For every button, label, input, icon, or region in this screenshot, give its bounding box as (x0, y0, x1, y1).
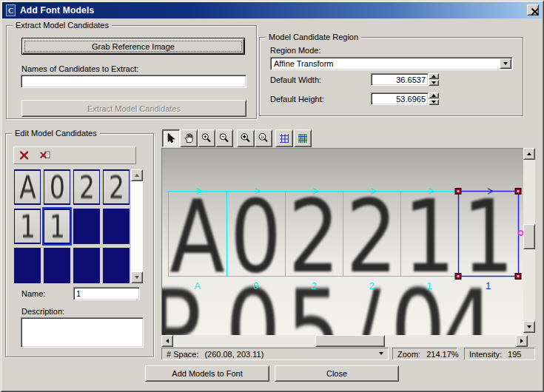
add-models-to-font-button[interactable]: Add Models to Font (145, 365, 269, 382)
default-width-spinner (429, 73, 439, 86)
region-mode-dropdown-button[interactable] (500, 58, 511, 69)
grid-toggle[interactable] (275, 129, 293, 147)
edit-model-candidates-group: Edit Model Candidates A02211 Name: Descr… (5, 133, 154, 357)
names-of-candidates-input[interactable] (21, 75, 246, 87)
arrow-left-icon (166, 339, 169, 343)
title-bar[interactable]: C Add Font Models (2, 2, 542, 18)
candidate-grid-scrollbar[interactable] (131, 169, 143, 283)
extract-model-candidates-button[interactable]: Extract Model Candidates (21, 100, 246, 117)
candidate-cell[interactable] (14, 248, 41, 283)
candidate-thumb: 2 (74, 171, 99, 203)
scroll-down-button[interactable] (523, 321, 535, 333)
image-viewport[interactable]: P05/04A02211A02211 (161, 148, 523, 335)
scroll-down-button[interactable] (131, 271, 143, 283)
zoom-panel: Zoom: 214.17% (392, 348, 457, 360)
candidate-label: 2 (311, 280, 316, 291)
image-char: 1 (403, 178, 454, 295)
scroll-up-button[interactable] (523, 148, 535, 160)
viewer-hscrollbar[interactable] (161, 335, 528, 347)
arrow-down-icon (527, 325, 531, 328)
pan-tool[interactable] (180, 129, 198, 147)
candidate-cell[interactable] (103, 209, 130, 244)
names-of-candidates-label: Names of Candidates to Extract: (21, 64, 138, 73)
close-button[interactable]: Close (275, 365, 399, 382)
image-char: 1 (463, 178, 514, 295)
rotation-handle-dot (520, 234, 522, 236)
height-spin-up-button[interactable] (429, 92, 439, 98)
default-height-label: Default Height: (270, 95, 324, 104)
candidate-cell[interactable] (73, 248, 100, 283)
viewer-toolbar: 1x (0, 129, 544, 147)
fine-grid-toggle[interactable] (294, 129, 312, 147)
scroll-up-button[interactable] (131, 169, 143, 181)
candidate-cell[interactable]: 2 (73, 169, 100, 205)
zoom-out-icon (218, 132, 230, 144)
region-mode-combobox[interactable]: Affine Transform (270, 57, 513, 70)
grid-fine-icon (297, 132, 309, 144)
candidate-thumb: 1 (15, 210, 40, 243)
scroll-left-button[interactable] (161, 335, 173, 347)
default-width-input[interactable] (372, 74, 428, 85)
app-icon: C (5, 4, 17, 16)
chevron-down-icon[interactable] (379, 352, 383, 355)
candidate-cell[interactable]: A (14, 169, 41, 205)
candidate-name-input[interactable] (74, 288, 139, 300)
image-char: 2 (288, 178, 339, 295)
candidate-cell[interactable] (44, 248, 70, 283)
intensity-label: Intensity: (469, 350, 502, 359)
candidate-label: 2 (369, 280, 374, 291)
handle-dot (457, 275, 460, 277)
close-window-button[interactable] (527, 4, 539, 16)
zoom-fit-tool[interactable] (237, 129, 255, 147)
window-title: Add Font Models (20, 5, 94, 16)
pan-icon (183, 132, 195, 144)
width-spin-up-button[interactable] (429, 73, 439, 79)
reference-image[interactable]: P05/04A02211A02211 (162, 149, 523, 335)
candidate-label: 1 (486, 280, 491, 291)
coordinate-space-panel[interactable]: # Space: (260.08, 203.11) (161, 348, 389, 360)
image-char: 2 (346, 178, 397, 295)
zoom-in-icon (201, 132, 212, 144)
candidate-description-input[interactable] (21, 318, 143, 347)
zoom-label: Zoom: (397, 350, 420, 359)
handle-dot (517, 275, 520, 277)
zoom-out-tool[interactable] (215, 129, 233, 147)
name-field-frame (73, 287, 140, 300)
default-height-frame (371, 92, 429, 105)
extract-model-candidates-group: Extract Model Candidates Grab Reference … (6, 25, 257, 119)
candidate-cell[interactable]: 0 (44, 169, 70, 205)
default-height-spinner (429, 92, 439, 105)
grab-reference-image-button[interactable]: Grab Reference Image (21, 38, 245, 55)
candidate-cell[interactable] (73, 209, 100, 244)
handle-dot (457, 190, 460, 192)
width-spin-down-button[interactable] (429, 80, 439, 86)
candidate-cell[interactable]: 1 (44, 209, 70, 244)
pointer-icon (165, 132, 177, 144)
hscroll-thumb[interactable] (315, 335, 385, 347)
space-label: # Space: (167, 350, 198, 359)
intensity-value: 195 (508, 350, 521, 359)
candidate-cell[interactable]: 2 (103, 169, 130, 205)
candidate-cell[interactable] (103, 248, 130, 283)
description-label: Description: (21, 307, 64, 316)
intensity-panel: Intensity: 195 (464, 348, 535, 360)
chevron-down-icon (503, 62, 508, 65)
candidate-label: A (194, 280, 201, 291)
default-height-input[interactable] (372, 93, 428, 104)
candidate-cell[interactable]: 1 (14, 209, 41, 244)
zoom-in-tool[interactable] (198, 129, 215, 147)
arrow-up-icon (527, 152, 531, 155)
candidate-label: 1 (426, 280, 431, 291)
height-spin-down-button[interactable] (429, 99, 439, 105)
zoom-reset-tool[interactable]: 1x (255, 129, 272, 147)
select-tool[interactable] (162, 129, 180, 147)
viewer-vscrollbar[interactable] (523, 148, 535, 333)
zoom-1x-icon: 1x (258, 132, 269, 144)
add-font-models-dialog: C Add Font Models Extract Model Candidat… (0, 0, 544, 392)
close-icon (529, 6, 537, 14)
vscroll-thumb[interactable] (523, 224, 535, 249)
name-label: Name: (21, 289, 45, 298)
scroll-right-button[interactable] (516, 335, 528, 347)
svg-text:C: C (8, 7, 13, 15)
names-field-frame (21, 75, 246, 88)
